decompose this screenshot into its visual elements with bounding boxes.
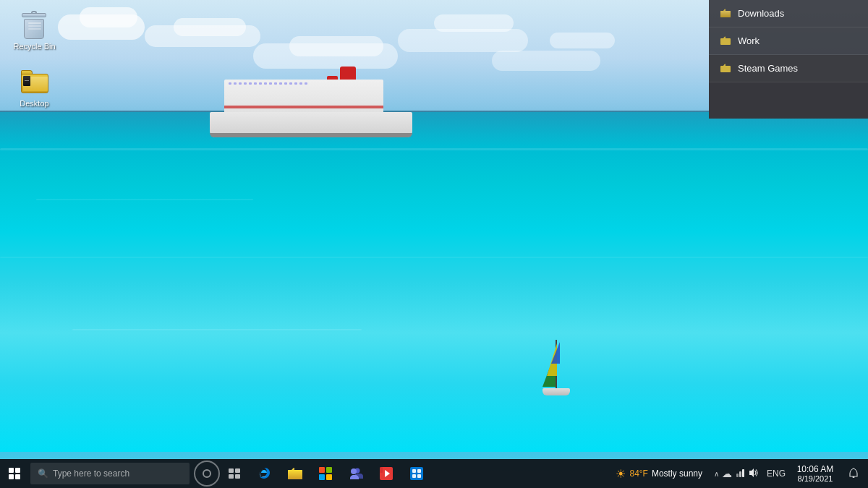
work-folder-icon — [720, 35, 731, 47]
taskbar-right-section: ☀ 84°F Mostly sunny ∧ ☁ — [610, 459, 868, 488]
ship-superstructure — [224, 80, 383, 116]
weather-widget[interactable]: ☀ 84°F Mostly sunny — [610, 467, 708, 481]
pinned-downloads[interactable]: Downloads — [709, 0, 868, 27]
desktop: Recycle Bin Desktop — [0, 0, 868, 488]
cloud — [434, 14, 514, 32]
taskbar-clock[interactable]: 10:06 AM 8/19/2021 — [790, 464, 841, 483]
system-tray: ∧ ☁ — [710, 468, 762, 480]
network-icon-svg — [735, 468, 745, 478]
volume-icon[interactable] — [748, 468, 758, 480]
start-button[interactable] — [0, 459, 29, 488]
recycle-bin-icon[interactable]: Recycle Bin — [7, 7, 61, 53]
taskbar-search-box[interactable]: 🔍 Type here to search — [30, 463, 190, 484]
bin-line — [28, 25, 41, 27]
cortana-button[interactable] — [194, 461, 220, 487]
teams-button[interactable] — [341, 459, 370, 488]
desktop-folder-image — [20, 67, 49, 96]
taskbar-app-icons — [250, 459, 431, 488]
task-view-button[interactable] — [221, 459, 247, 488]
edge-icon-button[interactable] — [250, 459, 279, 488]
cloud — [174, 18, 246, 36]
bin-lid — [22, 13, 46, 17]
ship-stripe — [224, 106, 383, 108]
expand-tray-button[interactable]: ∧ — [714, 470, 719, 478]
ship-waterline — [210, 133, 412, 137]
store-button[interactable] — [311, 459, 340, 488]
svg-point-15 — [351, 468, 357, 474]
svg-rect-28 — [853, 476, 855, 478]
cortana-ring — [203, 469, 211, 478]
boat-hull — [542, 388, 570, 395]
notification-button[interactable] — [842, 459, 865, 488]
sail-blue — [551, 342, 560, 364]
svg-rect-22 — [412, 474, 416, 478]
taskbar: 🔍 Type here to search — [0, 459, 868, 488]
sailboat — [535, 336, 579, 401]
work-label: Work — [738, 35, 760, 46]
svg-rect-18 — [380, 467, 383, 473]
bin-line — [28, 28, 41, 30]
language-label[interactable]: ENG — [764, 468, 788, 479]
media-icon — [380, 467, 393, 480]
file-explorer-button[interactable] — [281, 459, 310, 488]
windows-logo — [9, 468, 20, 479]
svg-rect-21 — [417, 469, 421, 473]
svg-rect-11 — [326, 467, 332, 473]
ship-hull-body — [210, 112, 412, 137]
svg-rect-19 — [410, 467, 423, 480]
steam-games-item[interactable]: Steam Games — [709, 55, 868, 82]
recycle-bin-graphic — [22, 10, 48, 39]
search-placeholder: Type here to search — [53, 468, 129, 479]
svg-rect-10 — [319, 467, 325, 473]
svg-rect-4 — [229, 468, 234, 473]
pinned-work[interactable]: Work — [709, 27, 868, 55]
folder-shortcut-badge — [23, 76, 30, 86]
notification-icon — [848, 468, 859, 479]
steam-games-folder-icon — [720, 63, 731, 74]
bin-line — [28, 22, 41, 24]
edge-icon — [258, 466, 272, 481]
cloud-tray-icon[interactable]: ☁ — [722, 468, 732, 479]
store-icon — [319, 467, 332, 480]
downloads-folder-icon — [720, 8, 731, 20]
media-button[interactable] — [372, 459, 401, 488]
cloud — [80, 7, 137, 27]
downloads-label: Downloads — [738, 8, 784, 19]
extra-app-button[interactable] — [402, 459, 431, 488]
svg-rect-9 — [288, 470, 302, 479]
start-square-bl — [9, 474, 14, 479]
start-square-br — [15, 474, 20, 479]
volume-icon-svg — [748, 468, 758, 478]
cloud — [550, 33, 615, 48]
svg-rect-5 — [235, 468, 240, 473]
clock-date: 8/19/2021 — [798, 474, 833, 483]
weather-sun-icon: ☀ — [616, 467, 626, 481]
weather-temp: 84°F — [629, 468, 647, 479]
teams-icon — [349, 467, 363, 480]
svg-rect-3 — [720, 66, 731, 72]
desktop-folder-label: Desktop — [20, 99, 48, 108]
recycle-bin-image — [20, 10, 49, 39]
task-view-icon — [229, 468, 240, 479]
water-shimmer — [36, 199, 253, 200]
file-explorer-icon — [288, 467, 302, 480]
svg-rect-7 — [235, 474, 240, 479]
svg-rect-1 — [720, 11, 731, 17]
cloud — [398, 29, 528, 52]
start-square-tr — [15, 468, 20, 473]
cruise-ship — [210, 72, 412, 137]
svg-rect-26 — [742, 469, 744, 477]
pinned-panel: Downloads Work Steam Games — [709, 0, 868, 119]
bin-body — [24, 19, 44, 39]
svg-rect-24 — [736, 474, 739, 477]
steam-games-section: Steam Games — [709, 55, 868, 119]
network-icon[interactable] — [735, 468, 745, 480]
desktop-folder-icon[interactable]: Desktop — [7, 64, 61, 111]
clock-time: 10:06 AM — [797, 464, 834, 474]
folder-graphic — [21, 70, 48, 93]
water-shimmer — [0, 257, 868, 258]
cloud — [492, 51, 600, 71]
start-square-tl — [9, 468, 14, 473]
ocean-background — [0, 112, 868, 452]
cloud — [289, 36, 383, 56]
